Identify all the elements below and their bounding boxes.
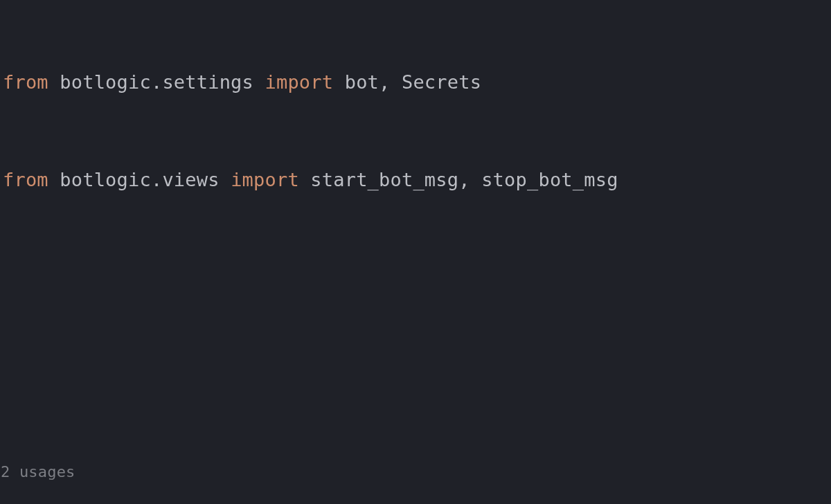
- code-editor[interactable]: from botlogic.settings import bot, Secre…: [0, 0, 831, 504]
- module-path: botlogic.views: [48, 169, 231, 190]
- keyword-import: import: [231, 169, 299, 190]
- keyword-from: from: [3, 71, 48, 93]
- code-line: from botlogic.settings import bot, Secre…: [0, 66, 831, 98]
- import-names: bot, Secrets: [333, 71, 481, 93]
- keyword-from: from: [3, 169, 48, 190]
- usages-inlay[interactable]: 2 usages: [0, 458, 831, 487]
- blank-line: [0, 360, 831, 393]
- import-names: start_bot_msg, stop_bot_msg: [299, 169, 618, 190]
- module-path: botlogic.settings: [48, 71, 265, 93]
- code-line: from botlogic.views import start_bot_msg…: [0, 163, 831, 196]
- blank-line: [0, 262, 831, 294]
- keyword-import: import: [265, 71, 333, 93]
